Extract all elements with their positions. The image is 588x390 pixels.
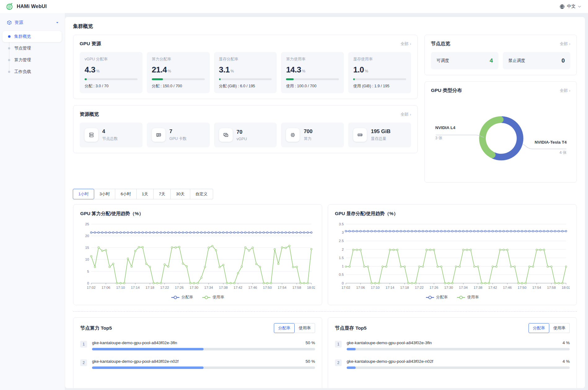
sidebar-group-resources[interactable]: 资源 [0, 17, 65, 28]
compute-trend-chart-card: GPU 算力分配/使用趋势（%） 051015202517:0217:0617:… [73, 204, 322, 305]
table-row: 1 gke-kantaloupe-demo-gpu-pool-a843f02e-… [80, 340, 315, 350]
legend-label: 使用率 [467, 295, 479, 300]
progress-fill [219, 78, 221, 80]
main-content: 集群概览 GPU 资源 全部 › [65, 13, 588, 390]
resource-label: 算力 [304, 136, 312, 141]
tab-7days[interactable]: 7天 [154, 189, 171, 199]
menu-dot [8, 35, 11, 38]
stat-label: 显存使用率 [353, 57, 406, 62]
progress-track [286, 78, 339, 80]
dashed-divider [73, 311, 577, 312]
main-panel: 集群概览 GPU 资源 全部 › [65, 17, 585, 388]
sidebar-item-label: 算力管理 [14, 58, 31, 62]
sidebar-item-node-management[interactable]: 节点管理 [0, 43, 62, 54]
svg-text:17:42: 17:42 [234, 286, 242, 289]
label-leader-line [436, 135, 484, 137]
resource-label: vGPU [237, 137, 247, 141]
sidebar-item-cluster-overview[interactable]: 集群概览 [2, 31, 62, 42]
svg-text:0: 0 [87, 281, 89, 285]
tab-30days[interactable]: 30天 [171, 189, 190, 199]
resource-item-gpu-cards: 7 GPU 卡数 [147, 123, 210, 147]
node-memory-top5-title: 节点显存 Top5 [335, 325, 366, 332]
compute-toggle-alloc-button[interactable]: 分配率 [274, 323, 295, 333]
stat-value: 4.3 [85, 65, 95, 75]
resource-label: GPU 卡数 [169, 136, 187, 141]
node-overview-view-all-link[interactable]: 全部 › [560, 41, 570, 47]
chevron-right-icon: › [410, 112, 411, 117]
gpu-card-icon [152, 128, 165, 142]
tab-1day[interactable]: 1天 [137, 189, 154, 199]
svg-text:17:02: 17:02 [341, 286, 350, 289]
view-all-label: 全部 [560, 88, 568, 93]
compute-trend-chart[interactable]: 051015202517:0217:0617:1017:1417:1817:22… [80, 221, 315, 293]
svg-text:2.5: 2.5 [339, 239, 344, 243]
legend-marker-icon [426, 296, 434, 299]
svg-text:17:10: 17:10 [371, 286, 380, 289]
memory-toggle-alloc-button[interactable]: 分配率 [529, 323, 549, 333]
language-selector[interactable]: 中文 [559, 4, 581, 9]
table-row: 1 gke-kantaloupe-demo-gpu-pool-a843f02e-… [335, 340, 570, 350]
compute-toggle-usage-button[interactable]: 使用率 [295, 323, 315, 333]
progress-fill [92, 366, 204, 369]
progress-fill [92, 348, 204, 350]
top-bar: HAMi WebUI 中文 [0, 0, 588, 13]
memory-toggle-usage-button[interactable]: 使用率 [549, 323, 570, 333]
language-label: 中文 [567, 4, 576, 9]
memory-top5-toggle: 分配率 使用率 [529, 323, 570, 333]
hami-melon-logo-icon [6, 2, 14, 11]
resource-value: 195 GiB [371, 128, 390, 135]
stat-detail: 分配 : 3.0 / 70 [85, 84, 138, 89]
svg-text:1.5: 1.5 [339, 256, 344, 260]
chevron-right-icon: › [569, 88, 570, 93]
view-all-label: 全部 [401, 41, 409, 47]
gpu-type-distribution-title: GPU 类型分布 [431, 87, 462, 94]
legend-item[interactable]: 使用率 [457, 295, 479, 300]
memory-trend-chart[interactable]: 00.511.522.533.517:0217:0617:1017:1417:1… [335, 221, 570, 293]
svg-text:17:38: 17:38 [474, 286, 482, 289]
progress-fill [347, 348, 356, 350]
node-percent: 50 % [305, 340, 315, 345]
tab-custom[interactable]: 自定义 [190, 189, 213, 199]
sidebar-item-compute-management[interactable]: 算力管理 [0, 54, 62, 66]
tab-6hours[interactable]: 6小时 [115, 189, 136, 199]
stat-value: 3.1 [219, 65, 230, 75]
svg-text:0.5: 0.5 [339, 273, 344, 276]
gpu-resources-view-all-link[interactable]: 全部 › [401, 41, 411, 47]
legend-item[interactable]: 使用率 [202, 295, 224, 300]
svg-text:25: 25 [85, 222, 89, 226]
svg-text:10: 10 [85, 258, 89, 261]
legend-item[interactable]: 分配率 [171, 295, 193, 300]
tab-1hour[interactable]: 1小时 [73, 189, 94, 199]
svg-text:17:50: 17:50 [263, 286, 272, 289]
rank-badge: 2 [335, 359, 342, 366]
stat-unit: % [168, 69, 171, 73]
resource-label: 显存总量 [371, 136, 390, 141]
resource-overview-view-all-link[interactable]: 全部 › [401, 112, 411, 117]
sidebar-item-label: 集群概览 [14, 34, 31, 39]
sidebar-item-workloads[interactable]: 工作负载 [0, 66, 62, 77]
sidebar-menu: 集群概览 节点管理 算力管理 工作负载 [0, 31, 65, 77]
unschedulable-value: 0 [561, 57, 565, 64]
stat-detail: 使用 (GiB) : 1.9 / 195 [353, 84, 406, 89]
node-overview-title: 节点总览 [431, 41, 450, 47]
progress-track [85, 78, 138, 80]
chevron-right-icon: › [569, 41, 570, 46]
gpu-resources-card: GPU 资源 全部 › vGPU 分配率 4.3% 分配 : 3 [73, 35, 418, 99]
svg-text:17:46: 17:46 [503, 286, 511, 289]
resource-value: 7 [169, 128, 187, 135]
stat-memory-alloc: 显存分配率 3.1% 分配 (GiB) : 6.0 / 195 [214, 52, 277, 93]
schedulable-box: 可调度 4 [431, 52, 498, 69]
legend-marker-icon [457, 296, 465, 299]
stat-detail: 分配 : 150.0 / 700 [152, 84, 205, 89]
sidebar-item-label: 工作负载 [14, 69, 31, 74]
tab-3hours[interactable]: 3小时 [94, 189, 115, 199]
stat-value: 14.3 [286, 65, 301, 75]
legend-item[interactable]: 分配率 [426, 295, 448, 300]
svg-text:17:22: 17:22 [160, 286, 169, 289]
svg-text:20: 20 [85, 234, 89, 238]
schedulable-value: 4 [489, 57, 493, 64]
sidebar-item-label: 节点管理 [14, 46, 31, 50]
stat-compute-usage: 算力使用率 14.3% 使用 : 100.0 / 700 [281, 52, 344, 93]
gpu-type-view-all-link[interactable]: 全部 › [560, 88, 570, 93]
resource-value: 70 [237, 129, 247, 135]
